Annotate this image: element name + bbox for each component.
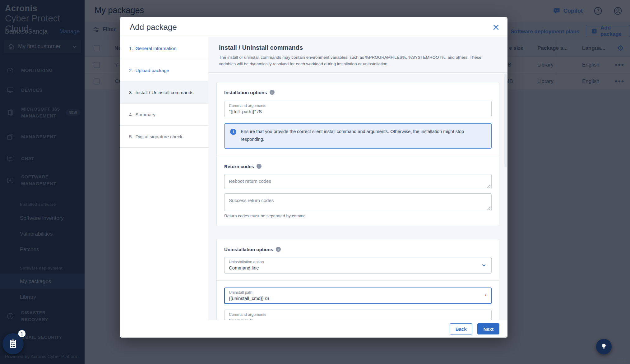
step-upload-package[interactable]: 2. Upload package [120, 59, 208, 81]
uninstallation-option-value: Command line [229, 265, 487, 270]
install-command-arguments-field[interactable]: Command arguments [224, 101, 492, 117]
install-command-arguments-input[interactable] [229, 109, 487, 114]
add-package-dialog: Add package 1. General information 2. Up… [120, 17, 507, 338]
return-codes-heading: Return codes [224, 164, 254, 169]
close-icon[interactable] [492, 23, 500, 31]
warning-text: Ensure that you provide the correct sile… [241, 128, 486, 144]
uninstallation-options-heading: Uninstallation options [224, 247, 273, 252]
uninstall-command-arguments-input[interactable] [229, 318, 487, 320]
success-return-codes-input[interactable] [225, 194, 491, 211]
notification-count-badge: 1 [18, 329, 26, 338]
reboot-return-codes-field[interactable] [224, 174, 492, 189]
wizard-steps: 1. General information 2. Upload package… [120, 37, 208, 338]
scrollbar[interactable] [504, 74, 507, 167]
resize-handle[interactable] [487, 207, 490, 210]
help-lightbulb-button[interactable] [596, 339, 612, 354]
uninstall-path-field[interactable]: Uninstall path * [224, 288, 492, 304]
info-icon[interactable]: i [270, 90, 275, 95]
step-content-header: Install / Uninstall commands The install… [208, 37, 507, 73]
success-return-codes-field[interactable] [224, 193, 492, 211]
required-marker: * [485, 293, 487, 298]
uninstallation-option-select[interactable]: Uninstallation option Command line [224, 257, 492, 274]
info-icon[interactable]: i [276, 247, 281, 252]
step-install-uninstall-commands[interactable]: 3. Install / Uninstall commands [120, 81, 208, 104]
step-general-information[interactable]: 1. General information [120, 37, 208, 59]
uninstallation-options-card: Uninstallation options i Uninstallation … [216, 239, 499, 320]
step-scroll-area: Installation options i Command arguments… [208, 73, 507, 320]
step-description: The install or uninstall commands may co… [219, 54, 497, 67]
step-content: Install / Uninstall commands The install… [208, 37, 507, 338]
installation-options-heading: Installation options [224, 90, 267, 95]
lightbulb-icon [600, 343, 608, 351]
chevron-down-icon [481, 263, 486, 268]
installation-options-card: Installation options i Command arguments… [216, 82, 499, 226]
return-codes-helper-text: Return codes must be separated by comma [224, 214, 492, 218]
info-icon[interactable]: i [257, 164, 262, 169]
screen: Acronis Cyber Protect Cloud DamasoSanoja… [0, 0, 630, 364]
resize-grip-dots[interactable] [619, 358, 626, 362]
section-divider [217, 156, 499, 156]
resize-handle[interactable] [487, 185, 490, 188]
tasks-widget[interactable]: 1 [2, 333, 24, 354]
uninstall-path-input[interactable] [229, 296, 487, 301]
dialog-footer: Back Next [208, 320, 507, 338]
section-divider [217, 280, 499, 281]
back-button[interactable]: Back [450, 323, 473, 334]
silent-install-warning: i Ensure that you provide the correct si… [224, 123, 492, 149]
uninstall-command-arguments-field[interactable]: Command arguments [224, 310, 492, 320]
step-summary[interactable]: 4. Summary [120, 104, 208, 126]
info-icon: i [230, 129, 236, 135]
next-button[interactable]: Next [477, 323, 499, 334]
reboot-return-codes-input[interactable] [225, 174, 491, 189]
step-heading: Install / Uninstall commands [219, 44, 497, 51]
dialog-header: Add package [120, 17, 507, 37]
step-digital-signature-check[interactable]: 5. Digital signature check [120, 126, 208, 148]
dialog-title: Add package [130, 22, 177, 32]
